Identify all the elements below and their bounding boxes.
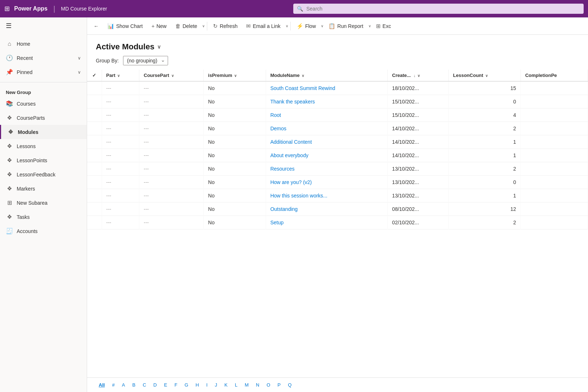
- pagination-letter-Q[interactable]: Q: [285, 381, 294, 389]
- sidebar-item-lessons[interactable]: ❖ Lessons: [0, 139, 87, 153]
- sidebar-item-lessonfeedback[interactable]: ❖ LessonFeedback: [0, 167, 87, 181]
- td-modulename[interactable]: Demos: [266, 122, 388, 135]
- td-lessoncount: 12: [449, 203, 521, 216]
- chart-icon: 📊: [107, 23, 114, 29]
- pagination-letter-N[interactable]: N: [253, 381, 262, 389]
- table-row[interactable]: --- --- No Additional Content 14/10/202.…: [87, 135, 588, 149]
- excel-button[interactable]: ⊞ Exc: [372, 21, 395, 32]
- pagination-letter-D[interactable]: D: [151, 381, 160, 389]
- pagination-letter-I[interactable]: I: [203, 381, 211, 389]
- pagination-bar: All#ABCDEFGHIJKLMNOPQ: [87, 377, 588, 392]
- table-row[interactable]: --- --- No Demos 14/10/202... 2: [87, 122, 588, 135]
- sidebar-label-lessons: Lessons: [17, 143, 36, 149]
- new-button[interactable]: + New: [148, 21, 170, 31]
- sidebar-item-courseparts[interactable]: ❖ CourseParts: [0, 111, 87, 125]
- pagination-letter-J[interactable]: J: [212, 381, 220, 389]
- sidebar-item-accounts[interactable]: 🧾 Accounts: [0, 224, 87, 238]
- pagination-letter-M[interactable]: M: [242, 381, 252, 389]
- markers-icon: ❖: [6, 185, 13, 192]
- table-row[interactable]: --- --- No Outstanding 08/10/202... 12: [87, 203, 588, 216]
- table-row[interactable]: --- --- No How are you? (v2) 13/10/202..…: [87, 176, 588, 189]
- td-modulename[interactable]: Outstanding: [266, 203, 388, 216]
- pagination-letter-H[interactable]: H: [193, 381, 202, 389]
- group-by-select[interactable]: (no grouping): [123, 56, 168, 65]
- delete-button[interactable]: 🗑 Delete: [172, 21, 201, 31]
- td-lessoncount: 2: [449, 122, 521, 135]
- sidebar-item-newsubarea[interactable]: ⊞ New Subarea: [0, 196, 87, 210]
- th-part[interactable]: Part ∨: [102, 70, 139, 81]
- td-check: [87, 109, 102, 122]
- sidebar-toggle[interactable]: ☰: [0, 17, 87, 34]
- sidebar-item-tasks[interactable]: ❖ Tasks: [0, 210, 87, 224]
- sidebar-item-pinned[interactable]: 📌 Pinned ∨: [0, 65, 87, 79]
- td-modulename[interactable]: Setup: [266, 216, 388, 229]
- table-row[interactable]: --- --- No Root 15/10/202... 4: [87, 109, 588, 122]
- th-lessoncount[interactable]: LessonCount ∨: [449, 70, 521, 81]
- sidebar-item-home[interactable]: ⌂ Home: [0, 37, 87, 51]
- th-completionpe[interactable]: CompletionPe: [520, 70, 588, 81]
- td-part: ---: [102, 122, 139, 135]
- sidebar-item-markers[interactable]: ❖ Markers: [0, 181, 87, 196]
- pagination-letter-#[interactable]: #: [109, 381, 118, 389]
- email-link-button[interactable]: ✉ Email a Link: [242, 21, 284, 32]
- pagination-letter-K[interactable]: K: [221, 381, 230, 389]
- sidebar-item-courses[interactable]: 📚 Courses: [0, 97, 87, 111]
- th-ispremium[interactable]: isPremium ∨: [204, 70, 266, 81]
- table-row[interactable]: --- --- No How this session works... 13/…: [87, 189, 588, 203]
- refresh-button[interactable]: ↻ Refresh: [209, 21, 241, 32]
- td-part: ---: [102, 95, 139, 109]
- back-button[interactable]: ←: [90, 21, 102, 31]
- show-chart-button[interactable]: 📊 Show Chart: [104, 21, 146, 32]
- td-modulename[interactable]: Additional Content: [266, 135, 388, 149]
- td-modulename[interactable]: About everybody: [266, 149, 388, 162]
- grid-icon[interactable]: ⊞: [4, 5, 10, 13]
- search-input[interactable]: [293, 4, 584, 14]
- flow-button[interactable]: ⚡ Flow: [293, 21, 320, 32]
- td-modulename[interactable]: Thank the speakers: [266, 95, 388, 109]
- page-title[interactable]: Active Modules ∨: [96, 42, 579, 52]
- sidebar-item-lessonpoints[interactable]: ❖ LessonPoints: [0, 153, 87, 167]
- table-row[interactable]: --- --- No About everybody 14/10/202... …: [87, 149, 588, 162]
- td-lessoncount: 1: [449, 189, 521, 203]
- sidebar-item-modules[interactable]: ❖ Modules: [0, 125, 87, 139]
- pagination-letter-L[interactable]: L: [232, 381, 240, 389]
- td-coursepart: ---: [139, 189, 204, 203]
- pagination-letter-O[interactable]: O: [264, 381, 273, 389]
- pagination-letter-F[interactable]: F: [172, 381, 180, 389]
- sidebar-label-markers: Markers: [17, 186, 35, 192]
- chevron-down-icon-pinned: ∨: [78, 70, 81, 75]
- email-chevron[interactable]: ∨: [286, 24, 288, 28]
- td-modulename[interactable]: How this session works...: [266, 189, 388, 203]
- table-row[interactable]: --- --- No Setup 02/10/202... 2: [87, 216, 588, 229]
- table-row[interactable]: --- --- No Thank the speakers 15/10/202.…: [87, 95, 588, 109]
- pagination-letter-C[interactable]: C: [140, 381, 149, 389]
- pagination-letter-B[interactable]: B: [130, 381, 139, 389]
- lessons-icon: ❖: [6, 143, 13, 150]
- pagination-letter-A[interactable]: A: [119, 381, 128, 389]
- pagination-letter-E[interactable]: E: [161, 381, 170, 389]
- flow-chevron[interactable]: ∨: [321, 24, 323, 28]
- th-check[interactable]: ✓: [87, 70, 102, 81]
- newsubarea-icon: ⊞: [6, 199, 13, 206]
- th-created[interactable]: Create... ↓ ∨: [388, 70, 449, 81]
- td-modulename[interactable]: South Coast Summit Rewind: [266, 81, 388, 95]
- sidebar-label-accounts: Accounts: [17, 228, 38, 234]
- run-report-button[interactable]: 📋 Run Report: [325, 21, 367, 32]
- td-created: 13/10/202...: [388, 176, 449, 189]
- th-coursepart[interactable]: CoursePart ∨: [139, 70, 204, 81]
- pagination-letter-P[interactable]: P: [275, 381, 284, 389]
- td-modulename[interactable]: How are you? (v2): [266, 176, 388, 189]
- pagination-letter-All[interactable]: All: [96, 381, 108, 389]
- report-chevron[interactable]: ∨: [368, 24, 371, 28]
- sidebar-label-newsubarea: New Subarea: [17, 200, 48, 206]
- th-modulename[interactable]: ModuleName ∨: [266, 70, 388, 81]
- table-row[interactable]: --- --- No Resources 13/10/202... 2: [87, 162, 588, 176]
- td-modulename[interactable]: Root: [266, 109, 388, 122]
- pin-icon: 📌: [6, 69, 13, 75]
- td-modulename[interactable]: Resources: [266, 162, 388, 176]
- pagination-letter-G[interactable]: G: [182, 381, 191, 389]
- table-row[interactable]: --- --- No South Coast Summit Rewind 18/…: [87, 81, 588, 95]
- delete-chevron[interactable]: ∨: [202, 24, 205, 28]
- sidebar-item-recent[interactable]: 🕐 Recent ∨: [0, 51, 87, 65]
- home-icon: ⌂: [6, 41, 13, 47]
